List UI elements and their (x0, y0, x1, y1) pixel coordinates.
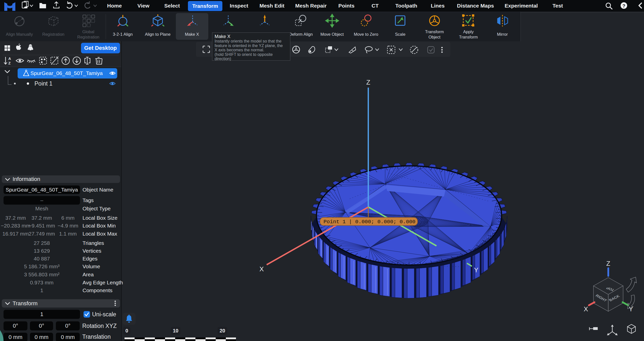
svg-text:Z: Z (366, 79, 370, 86)
svg-text:Z: Z (8, 61, 11, 65)
svg-text:Y: Y (474, 266, 478, 274)
svg-text:?: ? (622, 3, 625, 9)
svg-text:Point 1: Point 1 (34, 80, 53, 87)
svg-text:X: X (584, 305, 588, 313)
svg-text:Point 1 | 0.000; 0.000; 0.00: Point 1 | 0.000; 0.000; 0.000 (324, 219, 415, 225)
svg-text:Z: Z (606, 260, 610, 267)
svg-text:SpurGear_06_48_50T_Tamiya: SpurGear_06_48_50T_Tamiya (30, 70, 103, 76)
svg-text:A: A (8, 56, 11, 61)
svg-text:X: X (259, 265, 264, 273)
